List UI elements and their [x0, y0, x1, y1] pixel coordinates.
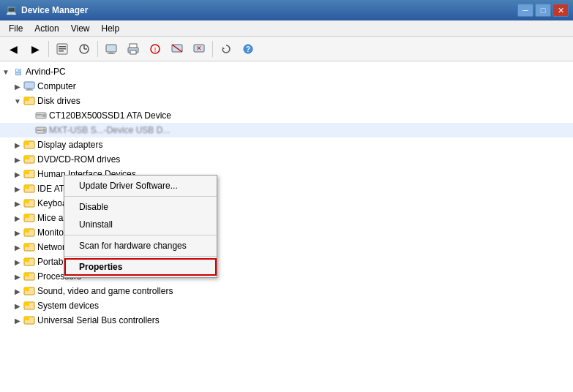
expander-disk-drives[interactable]: ▼ [12, 95, 23, 107]
toolbar-sep-3 [212, 41, 213, 57]
tree-item-disk-drives[interactable]: ▼ Disk drives [0, 94, 573, 108]
expander-sound[interactable]: ▶ [12, 285, 23, 297]
toolbar-sep-2 [97, 41, 98, 57]
tree-item-usb[interactable]: ▶ Universal Serial Bus controllers [0, 313, 573, 328]
ctx-sep-2 [64, 235, 217, 235]
svg-rect-56 [24, 287, 29, 291]
icon-ide [23, 183, 35, 195]
label-root: Arvind-PC [26, 64, 66, 79]
svg-rect-2 [59, 48, 66, 50]
expander-portable[interactable]: ▶ [12, 256, 23, 268]
expander-usb[interactable]: ▶ [12, 314, 23, 326]
expander-root[interactable]: ▼ [0, 66, 12, 78]
icon-computer-node [23, 80, 35, 92]
expander-display[interactable]: ▶ [12, 139, 23, 151]
svg-rect-48 [24, 229, 29, 233]
toolbar-forward[interactable]: ▶ [25, 39, 45, 59]
title-bar-left: 💻 Device Manager [6, 5, 88, 15]
svg-rect-40 [24, 170, 29, 174]
svg-point-28 [42, 114, 45, 117]
maximize-button[interactable]: □ [535, 4, 551, 17]
toolbar-uninstall[interactable]: ✕ [189, 39, 209, 59]
menu-file[interactable]: File [3, 22, 29, 35]
tree-item-sound[interactable]: ▶ Sound, video and game controllers [0, 284, 573, 298]
tree-item-ssd[interactable]: ▶ CT120BX500SSD1 ATA Device [0, 108, 573, 123]
toolbar-scan[interactable] [74, 39, 94, 59]
svg-rect-50 [24, 244, 29, 247]
tree-item-usb-device[interactable]: ▶ MXT-USB S...-Device USB D... [0, 123, 573, 137]
tree-item-computer[interactable]: ▶ Computer [0, 79, 573, 94]
label-disk-drives: Disk drives [37, 94, 80, 108]
svg-rect-46 [24, 214, 29, 218]
ctx-update-driver[interactable]: Update Driver Software... [64, 177, 217, 195]
toolbar-update[interactable]: ! [145, 39, 165, 59]
toolbar-computer[interactable] [101, 39, 121, 59]
ctx-scan[interactable]: Scan for hardware changes [64, 237, 217, 255]
tree-item-system[interactable]: ▶ System devices [0, 298, 573, 313]
toolbar-disable[interactable] [167, 39, 187, 59]
icon-usb [23, 314, 35, 326]
svg-rect-44 [24, 200, 29, 203]
label-dvd: DVD/CD-ROM drives [37, 152, 120, 167]
expander-hid[interactable]: ▶ [12, 168, 23, 180]
expander-monitors[interactable]: ▶ [12, 227, 23, 238]
icon-processors [23, 271, 35, 282]
expander-dvd[interactable]: ▶ [12, 154, 23, 165]
close-button[interactable]: ✕ [553, 4, 569, 17]
ctx-sep-1 [64, 196, 217, 197]
main-content: ▼ 🖥 Arvind-PC ▶ Computer ▼ [0, 61, 573, 392]
toolbar-properties[interactable] [52, 39, 72, 59]
label-ssd: CT120BX500SSD1 ATA Device [49, 108, 171, 123]
tree-item-root[interactable]: ▼ 🖥 Arvind-PC [0, 64, 573, 79]
svg-rect-12 [130, 50, 136, 54]
svg-rect-54 [24, 273, 29, 276]
icon-disk-drives [23, 95, 35, 107]
svg-rect-26 [24, 97, 29, 101]
label-usb-device: MXT-USB S...-Device USB D... [49, 123, 170, 137]
toolbar-help[interactable]: ? [238, 39, 258, 59]
toolbar-sep-1 [48, 41, 49, 57]
toolbar-back[interactable]: ◀ [3, 39, 23, 59]
svg-marker-19 [222, 47, 225, 49]
expander-keyboards[interactable]: ▶ [12, 197, 23, 209]
svg-rect-38 [24, 156, 29, 159]
icon-sound [23, 285, 35, 297]
menu-help[interactable]: Help [96, 22, 126, 35]
ctx-properties[interactable]: Properties [64, 258, 217, 276]
svg-text:✕: ✕ [196, 45, 202, 52]
icon-dvd [23, 154, 35, 165]
tree-item-display[interactable]: ▶ Display adapters [0, 137, 573, 152]
svg-point-32 [42, 129, 45, 132]
svg-text:!: ! [154, 46, 157, 53]
svg-rect-8 [109, 52, 113, 53]
expander-network[interactable]: ▶ [12, 241, 23, 253]
icon-computer: 🖥 [12, 66, 23, 78]
minimize-button[interactable]: ─ [517, 4, 533, 17]
menu-view[interactable]: View [65, 22, 96, 35]
expander-mice[interactable]: ▶ [12, 212, 23, 224]
label-display: Display adapters [37, 137, 102, 152]
title-bar: 💻 Device Manager ─ □ ✕ [0, 0, 573, 20]
expander-computer[interactable]: ▶ [12, 80, 23, 92]
expander-ide[interactable]: ▶ [12, 183, 23, 195]
icon-monitors [23, 227, 35, 238]
tree-item-dvd[interactable]: ▶ DVD/CD-ROM drives [0, 152, 573, 167]
menu-action[interactable]: Action [29, 22, 64, 35]
svg-rect-1 [59, 46, 66, 48]
icon-keyboards [23, 197, 35, 209]
ctx-disable[interactable]: Disable [64, 198, 217, 216]
icon-mice [23, 212, 35, 224]
svg-rect-52 [24, 258, 29, 262]
ctx-uninstall[interactable]: Uninstall [64, 216, 217, 233]
toolbar-refresh[interactable] [216, 39, 236, 59]
toolbar-print[interactable] [123, 39, 143, 59]
title-text: Device Manager [21, 5, 88, 15]
expander-system[interactable]: ▶ [12, 300, 23, 312]
tree-panel[interactable]: ▼ 🖥 Arvind-PC ▶ Computer ▼ [0, 61, 573, 392]
expander-processors[interactable]: ▶ [12, 271, 23, 282]
title-icon: 💻 [6, 5, 17, 15]
svg-rect-30 [37, 116, 42, 116]
label-computer: Computer [37, 79, 76, 94]
icon-ssd [35, 110, 47, 121]
icon-network [23, 241, 35, 253]
